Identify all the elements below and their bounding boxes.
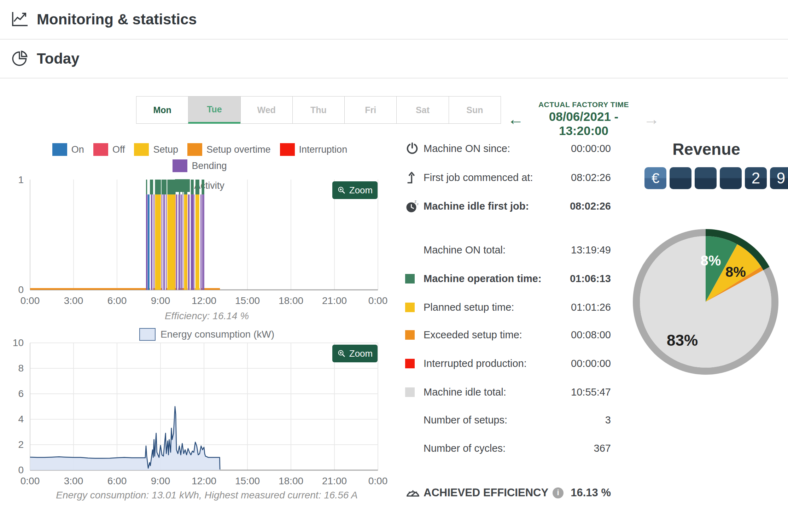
stat-swatch-setup_overtime — [405, 330, 415, 340]
stat-row: Machine ON since:00:00:00 — [405, 140, 611, 157]
legend-label: Bending — [192, 160, 227, 171]
pie-slice-label: 8% — [700, 253, 721, 268]
stat-value: 00:08:00 — [571, 329, 611, 341]
legend-swatch — [93, 143, 108, 156]
stat-value: 3 — [605, 414, 611, 426]
revenue-digit-tile — [670, 167, 691, 189]
legend-item-setup-overtime: Setup overtime — [187, 143, 271, 156]
svg-text:3:00: 3:00 — [64, 475, 83, 486]
tab-day-mon[interactable]: Mon — [136, 96, 188, 124]
info-icon[interactable]: i — [553, 487, 564, 498]
svg-text:9:00: 9:00 — [151, 295, 170, 306]
pie-chart-icon — [11, 50, 29, 68]
tab-day-wed[interactable]: Wed — [240, 96, 293, 124]
legend-swatch — [134, 143, 149, 156]
magnifier-plus-icon — [337, 349, 346, 358]
stat-label: First job commenced at: — [424, 172, 533, 183]
revenue-digit-tile — [720, 167, 742, 189]
svg-text:15:00: 15:00 — [235, 295, 260, 306]
section-header: Today — [0, 40, 788, 78]
legend-label: On — [71, 144, 84, 155]
achieved-efficiency-label: ACHIEVED EFFICIENCY — [424, 486, 548, 499]
svg-text:6:00: 6:00 — [107, 475, 127, 486]
legend-label: Setup overtime — [206, 144, 271, 155]
stat-row: zzMachine idle first job:08:02:26 — [405, 198, 611, 215]
factory-time-value: 08/06/2021 - 13:20:00 — [527, 110, 641, 138]
svg-text:3:00: 3:00 — [64, 295, 83, 306]
stat-swatch-idle — [405, 387, 415, 397]
svg-text:0:00: 0:00 — [21, 475, 40, 486]
legend-item-interruption: Interruption — [280, 143, 348, 156]
first-job-icon — [405, 170, 424, 185]
legend-swatch — [187, 143, 202, 156]
tab-day-fri[interactable]: Fri — [344, 96, 397, 124]
svg-text:0:00: 0:00 — [368, 295, 388, 306]
svg-text:18:00: 18:00 — [279, 295, 303, 306]
efficiency-caption: Efficiency: 16.14 % — [30, 310, 384, 322]
svg-text:15:00: 15:00 — [235, 475, 260, 486]
energy-zoom-button[interactable]: Zoom — [332, 345, 378, 362]
previous-day-arrow[interactable]: ← — [508, 109, 524, 130]
legend-swatch — [52, 143, 67, 156]
svg-text:0:00: 0:00 — [21, 295, 40, 306]
stat-value: 01:06:13 — [570, 273, 611, 285]
app-header: Monitoring & statistics — [0, 0, 788, 40]
power-icon — [405, 141, 424, 156]
stat-row: Machine operation time:01:06:13 — [405, 270, 611, 287]
revenue-title: Revenue — [644, 140, 768, 159]
pie-slice-label: 83% — [667, 332, 698, 349]
legend-label: Interruption — [299, 144, 348, 155]
zoom-button-label: Zoom — [349, 185, 373, 196]
next-day-arrow[interactable]: → — [643, 109, 660, 130]
stat-row: Number of setups:3 — [405, 411, 611, 428]
revenue-digit-tile: 2 — [745, 167, 767, 189]
stat-label: Interrupted production: — [424, 358, 527, 369]
magnifier-plus-icon — [337, 186, 346, 194]
svg-text:9:00: 9:00 — [151, 475, 170, 486]
tab-day-thu[interactable]: Thu — [292, 96, 345, 124]
tab-day-sun[interactable]: Sun — [449, 96, 501, 124]
stat-value: 08:02:26 — [571, 172, 611, 183]
svg-text:0: 0 — [18, 464, 24, 475]
svg-text:4: 4 — [18, 414, 24, 425]
stat-label: Machine idle first job: — [424, 200, 529, 212]
stat-row: Number of cycles:367 — [405, 440, 611, 457]
line-chart-icon — [11, 11, 29, 28]
svg-text:21:00: 21:00 — [322, 295, 347, 306]
svg-text:10: 10 — [13, 339, 24, 348]
section-title: Today — [37, 50, 80, 67]
stat-row: Exceeded setup time:00:08:00 — [405, 326, 611, 343]
day-tabs: MonTueWedThuFriSatSun — [136, 96, 501, 124]
idle-clock-icon: zz — [405, 199, 424, 214]
svg-text:6: 6 — [18, 388, 24, 399]
stat-label: Machine ON total: — [424, 244, 506, 256]
achieved-efficiency-row: ACHIEVED EFFICIENCYi16.13 % — [405, 484, 611, 501]
stat-value: 367 — [594, 443, 611, 454]
legend-item-off: Off — [93, 143, 125, 156]
legend-item-bending: Bending — [173, 159, 227, 172]
svg-text:12:00: 12:00 — [192, 475, 216, 486]
page-title: Monitoring & statistics — [37, 11, 197, 28]
legend-item-on: On — [52, 143, 84, 156]
stat-value: 00:00:00 — [571, 358, 611, 369]
svg-text:21:00: 21:00 — [322, 475, 347, 486]
stat-value: 13:19:49 — [571, 244, 611, 256]
stat-row: Interrupted production:00:00:00 — [405, 355, 611, 372]
stat-label: Number of setups: — [424, 414, 507, 426]
currency-tile: € — [644, 167, 666, 189]
revenue-digit-tile: 9 — [770, 167, 788, 189]
time-distribution-pie: 8%8%83% — [626, 222, 788, 385]
tab-day-sat[interactable]: Sat — [396, 96, 449, 124]
stat-label: Number of cycles: — [424, 443, 506, 454]
factory-time: ACTUAL FACTORY TIME 08/06/2021 - 13:20:0… — [524, 100, 643, 138]
legend-swatch — [280, 143, 295, 156]
stat-swatch-setup — [405, 303, 415, 312]
gauge-icon — [405, 485, 424, 501]
tab-day-tue[interactable]: Tue — [188, 96, 240, 124]
revenue-digit-tile — [695, 167, 717, 189]
stat-label: Exceeded setup time: — [424, 329, 522, 341]
legend-label: Setup — [153, 144, 178, 155]
timeline-zoom-button[interactable]: Zoom — [332, 181, 378, 199]
svg-text:0: 0 — [18, 284, 24, 295]
stat-value: 10:55:47 — [571, 386, 611, 398]
